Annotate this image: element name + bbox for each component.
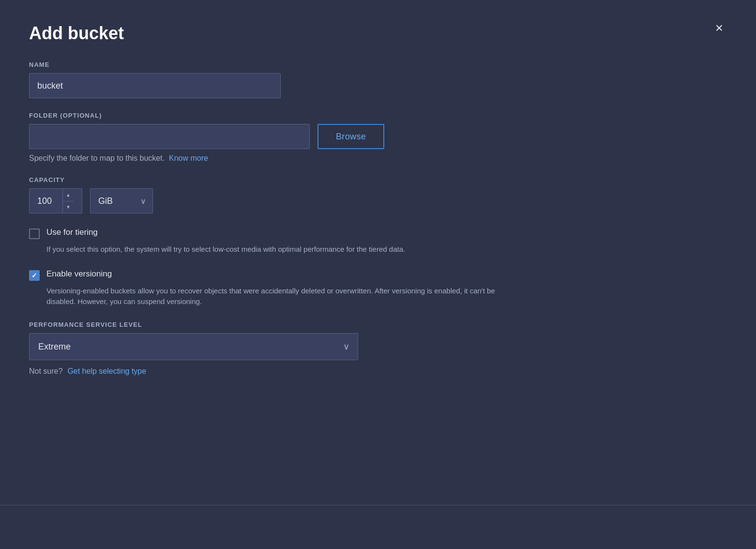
versioning-field-group: Enable versioning Versioning-enabled buc… — [29, 269, 727, 307]
capacity-input[interactable] — [30, 189, 62, 213]
dialog-title: Add bucket — [29, 23, 727, 44]
versioning-label: Enable versioning — [46, 269, 112, 279]
add-bucket-dialog: × Add bucket NAME FOLDER (OPTIONAL) Brow… — [0, 0, 756, 549]
tiering-checkbox-row: Use for tiering — [29, 227, 727, 239]
versioning-checkbox-row: Enable versioning — [29, 269, 727, 281]
versioning-checkbox[interactable] — [29, 270, 40, 281]
tiering-checkbox[interactable] — [29, 229, 40, 239]
name-field-group: NAME — [29, 61, 727, 98]
get-help-link[interactable]: Get help selecting type — [67, 367, 146, 376]
capacity-row: ▲ ▼ GiB TiB MiB — [29, 188, 727, 214]
know-more-link[interactable]: Know more — [169, 154, 208, 162]
versioning-description: Versioning-enabled buckets allow you to … — [46, 286, 521, 307]
bottom-divider — [0, 505, 756, 505]
folder-field-group: FOLDER (OPTIONAL) Browse Specify the fol… — [29, 112, 727, 163]
folder-label: FOLDER (OPTIONAL) — [29, 112, 727, 119]
tiering-checkbox-wrap — [29, 229, 40, 239]
browse-button[interactable]: Browse — [318, 124, 384, 149]
performance-field-group: PERFORMANCE SERVICE LEVEL Extreme Perfor… — [29, 321, 727, 376]
performance-dropdown-wrap: Extreme Performance Standard Value — [29, 333, 358, 360]
unit-select-wrap: GiB TiB MiB — [90, 188, 153, 214]
tiering-field-group: Use for tiering If you select this optio… — [29, 227, 727, 255]
tiering-description: If you select this option, the system wi… — [46, 244, 521, 255]
not-sure-text: Not sure? — [29, 367, 62, 376]
capacity-input-wrap: ▲ ▼ — [29, 188, 82, 214]
folder-help-text: Specify the folder to map to this bucket… — [29, 154, 727, 163]
capacity-spin-down[interactable]: ▼ — [63, 201, 74, 214]
tiering-label: Use for tiering — [46, 227, 98, 238]
performance-select[interactable]: Extreme Performance Standard Value — [29, 333, 358, 360]
name-input[interactable] — [29, 73, 281, 98]
folder-row: Browse — [29, 124, 727, 149]
versioning-checkbox-wrap — [29, 270, 40, 281]
capacity-spinners: ▲ ▼ — [62, 189, 74, 213]
capacity-label: CAPACITY — [29, 176, 727, 183]
capacity-field-group: CAPACITY ▲ ▼ GiB TiB MiB — [29, 176, 727, 214]
capacity-spin-up[interactable]: ▲ — [63, 189, 74, 201]
folder-input[interactable] — [29, 124, 310, 149]
performance-label: PERFORMANCE SERVICE LEVEL — [29, 321, 727, 328]
name-label: NAME — [29, 61, 727, 68]
close-button[interactable]: × — [711, 19, 727, 37]
unit-select[interactable]: GiB TiB MiB — [90, 188, 153, 214]
not-sure-row: Not sure? Get help selecting type — [29, 367, 727, 376]
